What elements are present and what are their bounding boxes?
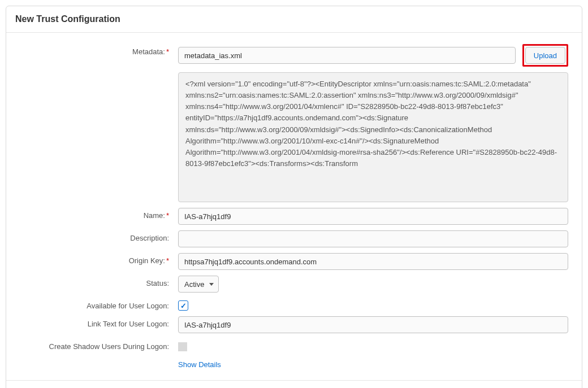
- label-shadow-users: Create Shadow Users During Logon:: [20, 339, 178, 351]
- dialog-title: New Trust Configuration: [15, 14, 573, 24]
- row-xml: <?xml version="1.0" encoding="utf-8"?><E…: [20, 72, 568, 202]
- control-shadow-users: [178, 339, 568, 351]
- control-metadata: Upload: [178, 44, 568, 67]
- dialog-container: New Trust Configuration Metadata:* Uploa…: [6, 6, 582, 388]
- label-name: Name:*: [20, 208, 178, 220]
- required-marker: *: [166, 256, 169, 265]
- row-available-logon: Available for User Logon:: [20, 298, 568, 311]
- control-origin-key: [178, 253, 568, 270]
- row-link-text: Link Text for User Logon:: [20, 316, 568, 333]
- show-details-link[interactable]: Show Details: [178, 357, 221, 369]
- control-available-logon: [178, 298, 568, 311]
- available-logon-checkbox[interactable]: [178, 300, 188, 311]
- form-body: Metadata:* Upload <?xml version="1.0" en…: [6, 33, 582, 380]
- dialog-header: New Trust Configuration: [6, 6, 582, 33]
- control-status: Active: [178, 276, 568, 293]
- control-xml: <?xml version="1.0" encoding="utf-8"?><E…: [178, 72, 568, 202]
- label-link-text: Link Text for User Logon:: [20, 316, 178, 328]
- control-description: [178, 230, 568, 247]
- required-marker: *: [166, 211, 169, 220]
- required-marker: *: [166, 47, 169, 56]
- label-available-logon: Available for User Logon:: [20, 298, 178, 310]
- row-status: Status: Active: [20, 276, 568, 293]
- row-show-details: Show Details: [20, 357, 568, 369]
- label-origin-key: Origin Key:*: [20, 253, 178, 265]
- metadata-xml-textarea[interactable]: <?xml version="1.0" encoding="utf-8"?><E…: [178, 72, 568, 202]
- origin-key-input[interactable]: [178, 253, 568, 270]
- control-name: [178, 208, 568, 225]
- row-name: Name:*: [20, 208, 568, 225]
- row-origin-key: Origin Key:*: [20, 253, 568, 270]
- control-link-text: [178, 316, 568, 333]
- row-description: Description:: [20, 230, 568, 247]
- shadow-users-checkbox[interactable]: [178, 342, 187, 351]
- upload-button[interactable]: Upload: [525, 47, 565, 64]
- label-status: Status:: [20, 276, 178, 287]
- control-show-details: Show Details: [178, 357, 568, 369]
- upload-highlight: Upload: [522, 44, 568, 67]
- description-input[interactable]: [178, 230, 568, 247]
- label-description: Description:: [20, 230, 178, 242]
- label-xml-blank: [20, 72, 178, 76]
- name-input[interactable]: [178, 208, 568, 225]
- label-show-details-blank: [20, 357, 178, 360]
- dialog-footer: Parse Save Cancel: [6, 380, 582, 388]
- status-select-wrap: Active: [178, 276, 219, 293]
- link-text-input[interactable]: [178, 316, 568, 333]
- row-metadata: Metadata:* Upload: [20, 44, 568, 67]
- status-select[interactable]: Active: [178, 276, 219, 293]
- metadata-filename-input[interactable]: [178, 47, 516, 64]
- label-metadata: Metadata:*: [20, 44, 178, 56]
- row-shadow-users: Create Shadow Users During Logon:: [20, 339, 568, 351]
